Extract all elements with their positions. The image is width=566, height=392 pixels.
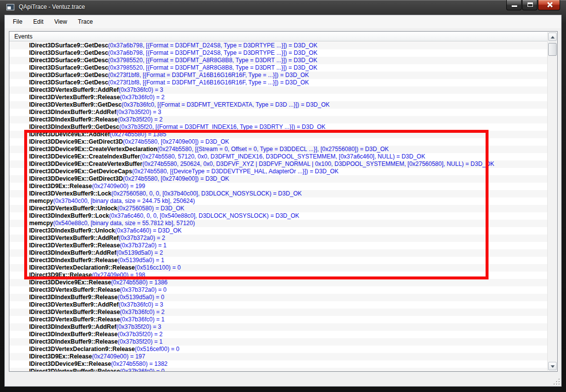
event-call-args: (0x37b35f20) = 3 xyxy=(116,109,161,116)
event-call-name: IDirect3DSurface9::GetDesc xyxy=(29,42,108,49)
event-row[interactable]: IDirect3D9Ex::Release(0x27409e00) = 198 xyxy=(9,272,547,279)
vertical-scrollbar[interactable] xyxy=(547,32,557,371)
event-row[interactable]: IDirect3DDevice9Ex::GetDeviceCaps(0x274b… xyxy=(9,168,547,175)
event-call-args: (0x37a6c460, 0, 0, [0x540e88c0], D3DLOCK… xyxy=(109,212,299,219)
event-row[interactable]: IDirect3DIndexBuffer9::Release(0x5139d5a… xyxy=(9,294,547,301)
event-row[interactable]: IDirect3DIndexBuffer9::Release(0x37b35f2… xyxy=(9,331,547,338)
event-call-args: (0x274b5580) = 1385 xyxy=(110,131,166,138)
menu-edit[interactable]: Edit xyxy=(28,16,49,27)
event-row[interactable]: IDirect3DDevice9Ex::CreateVertexBuffer(0… xyxy=(9,160,547,168)
event-row[interactable]: IDirect3DVertexBuffer9::Release(0x37b36f… xyxy=(9,94,547,101)
event-row[interactable]: IDirect3DDevice9Ex::GetDirect3D(0x274b55… xyxy=(9,138,547,146)
event-row[interactable]: IDirect3DDevice9Ex::AddRef(0x274b5580) =… xyxy=(9,131,547,138)
client-area: File Edit View Trace Events IDirect3DSur… xyxy=(4,15,562,387)
event-row[interactable]: IDirect3DVertexBuffer9::Release(0x37b36f… xyxy=(9,309,547,316)
event-row[interactable]: IDirect3D9Ex::Release(0x27409e00) = 199 xyxy=(9,183,547,190)
event-row[interactable]: IDirect3DVertexBuffer9::GetDesc(0x37b36f… xyxy=(9,101,547,109)
event-row[interactable]: IDirect3DSurface9::GetDesc(0x37a6b798, [… xyxy=(9,42,547,49)
event-call-name: IDirect3DIndexBuffer9::Lock xyxy=(29,212,109,219)
close-button[interactable] xyxy=(538,0,560,10)
resize-grip[interactable] xyxy=(553,378,560,385)
event-call-name: IDirect3DDevice9Ex::CreateVertexBuffer xyxy=(29,160,142,167)
event-call-name: IDirect3DSurface9::GetDesc xyxy=(29,72,108,78)
event-call-name: IDirect3DVertexDeclaration9::Release xyxy=(29,264,135,271)
event-row[interactable]: IDirect3DVertexBuffer9::Release(0x37b36f… xyxy=(9,368,547,371)
menu-view[interactable]: View xyxy=(49,16,73,27)
event-row[interactable]: IDirect3DDevice9Ex::GetDirect3D(0x274b55… xyxy=(9,175,547,183)
scroll-down-button[interactable] xyxy=(548,362,557,370)
event-call-name: IDirect3DVertexBuffer9::AddRef xyxy=(29,235,118,241)
event-row[interactable]: IDirect3DIndexBuffer9::GetDesc(0x37b35f2… xyxy=(9,123,547,131)
maximize-icon xyxy=(528,2,533,7)
minimize-button[interactable] xyxy=(506,0,522,10)
event-call-name: IDirect3DSurface9::GetDesc xyxy=(29,79,108,86)
event-row[interactable]: IDirect3DSurface9::GetDesc(0x37985520, [… xyxy=(9,57,547,64)
event-call-name: IDirect3DIndexBuffer9::Release xyxy=(29,294,117,301)
event-call-name: IDirect3DDevice9Ex::GetDirect3D xyxy=(29,138,123,145)
event-row[interactable]: IDirect3DVertexBuffer9::Release(0x37b372… xyxy=(9,286,547,294)
event-call-args: (0x27409e00) = 198 xyxy=(92,272,145,278)
event-call-args: (0x37b36fc0) = 2 xyxy=(120,94,164,101)
event-row[interactable]: IDirect3DIndexBuffer9::AddRef(0x37b35f20… xyxy=(9,109,547,116)
event-call-args: (0x37b372a0) = 2 xyxy=(118,235,165,241)
event-call-name: IDirect3DVertexBuffer9::Release xyxy=(29,94,120,101)
event-row[interactable]: IDirect3DDevice9Ex::Release(0x274b5580) … xyxy=(9,279,547,286)
event-row[interactable]: IDirect3DVertexBuffer9::Release(0x37b372… xyxy=(9,242,547,249)
event-row[interactable]: IDirect3DIndexBuffer9::Release(0x37b35f2… xyxy=(9,338,547,346)
event-row[interactable]: IDirect3DVertexDeclaration9::Release(0x5… xyxy=(9,346,547,353)
event-call-args: (0x5139d5a0) = 0 xyxy=(117,294,164,301)
event-row[interactable]: IDirect3DDevice9Ex::CreateVertexDeclarat… xyxy=(9,146,547,153)
event-call-name: IDirect3DIndexBuffer9::AddRef xyxy=(29,323,116,330)
event-row[interactable]: IDirect3DIndexBuffer9::Lock(0x37a6c460, … xyxy=(9,212,547,220)
event-row[interactable]: IDirect3DSurface9::GetDesc(0x37a6b798, [… xyxy=(9,49,547,57)
event-row[interactable]: IDirect3DIndexBuffer9::AddRef(0x5139d5a0… xyxy=(9,249,547,257)
menu-file[interactable]: File xyxy=(7,16,28,27)
event-call-name: IDirect3DDevice9Ex::AddRef xyxy=(29,131,110,138)
event-call-args: (0x27409e00) = 199 xyxy=(92,183,145,190)
scrollbar-thumb[interactable] xyxy=(548,43,557,56)
event-call-name: IDirect3D9Ex::Release xyxy=(29,353,92,360)
event-call-args: (0x37b36fc0) = 1 xyxy=(120,316,164,323)
event-call-name: IDirect3DIndexBuffer9::Release xyxy=(29,257,117,264)
menu-trace[interactable]: Trace xyxy=(73,16,98,27)
scroll-up-button[interactable] xyxy=(548,33,557,41)
event-call-args: (0x5139d5a0) = 2 xyxy=(116,249,163,256)
event-row[interactable]: IDirect3DSurface9::GetDesc(0x273f1bf8, [… xyxy=(9,79,547,86)
event-row[interactable]: IDirect3DVertexBuffer9::AddRef(0x37b36fc… xyxy=(9,301,547,309)
event-row[interactable]: IDirect3DIndexBuffer9::Release(0x37b35f2… xyxy=(9,116,547,123)
event-row[interactable]: IDirect3DDevice9Ex::Release(0x274b5580) … xyxy=(9,360,547,368)
event-call-args: (0x37b36fc0) = 3 xyxy=(118,301,163,308)
arrow-up-icon xyxy=(551,36,555,39)
event-row[interactable]: IDirect3DIndexBuffer9::Release(0x5139d5a… xyxy=(9,257,547,264)
title-bar[interactable]: QApiTrace - Ventuz.trace xyxy=(0,0,566,15)
event-call-args: (0x274b5580, 250624, 0x0, D3DFVF_XYZ | D… xyxy=(142,160,494,167)
event-row[interactable]: IDirect3DIndexBuffer9::Unlock(0x37a6c460… xyxy=(9,227,547,235)
event-row[interactable]: IDirect3DVertexBuffer9::Lock(0x27560580,… xyxy=(9,190,547,197)
event-row[interactable]: IDirect3DVertexDeclaration9::Release(0x5… xyxy=(9,264,547,272)
events-column-header[interactable]: Events xyxy=(9,32,547,41)
menu-bar: File Edit View Trace xyxy=(5,15,561,28)
event-call-name: IDirect3DIndexBuffer9::Unlock xyxy=(29,227,115,234)
event-call-args: (0x274b5580, [0x27409e00]) = D3D_OK xyxy=(123,175,229,182)
event-row[interactable]: IDirect3DSurface9::GetDesc(0x273f1bf8, [… xyxy=(9,72,547,79)
window-title: QApiTrace - Ventuz.trace xyxy=(19,3,85,10)
event-row[interactable]: IDirect3DSurface9::GetDesc(0x37985520, [… xyxy=(9,64,547,72)
event-call-args: (0x273f1bf8, [{Format = D3DFMT_A16B16G16… xyxy=(108,79,309,86)
event-row[interactable]: memcpy(0x540e88c0, [binary data, size = … xyxy=(9,220,547,227)
event-row[interactable]: IDirect3DVertexBuffer9::Release(0x37b36f… xyxy=(9,316,547,323)
close-icon xyxy=(546,1,553,8)
event-call-args: (0x37985520, [{Format = D3DFMT_A8R8G8B8,… xyxy=(108,64,317,71)
event-row[interactable]: IDirect3D9Ex::Release(0x27409e00) = 197 xyxy=(9,353,547,360)
event-row[interactable]: memcpy(0x37b40c00, [binary data, size = … xyxy=(9,197,547,205)
event-call-name: IDirect3DSurface9::GetDesc xyxy=(29,64,108,71)
maximize-button[interactable] xyxy=(522,0,537,10)
event-call-args: (0x37b36fc0) = 0 xyxy=(120,368,164,371)
event-call-name: IDirect3DIndexBuffer9::Release xyxy=(29,331,117,338)
event-row[interactable]: IDirect3DVertexBuffer9::AddRef(0x37b36fc… xyxy=(9,86,547,94)
event-row[interactable]: IDirect3DDevice9Ex::CreateIndexBuffer(0x… xyxy=(9,153,547,160)
event-row[interactable]: IDirect3DVertexBuffer9::Unlock(0x2756058… xyxy=(9,205,547,212)
event-call-args: (0x37985520, [{Format = D3DFMT_A8R8G8B8,… xyxy=(108,57,317,64)
event-row[interactable]: IDirect3DVertexBuffer9::AddRef(0x37b372a… xyxy=(9,235,547,242)
event-row[interactable]: IDirect3DIndexBuffer9::AddRef(0x37b35f20… xyxy=(9,323,547,331)
app-icon xyxy=(6,4,14,10)
